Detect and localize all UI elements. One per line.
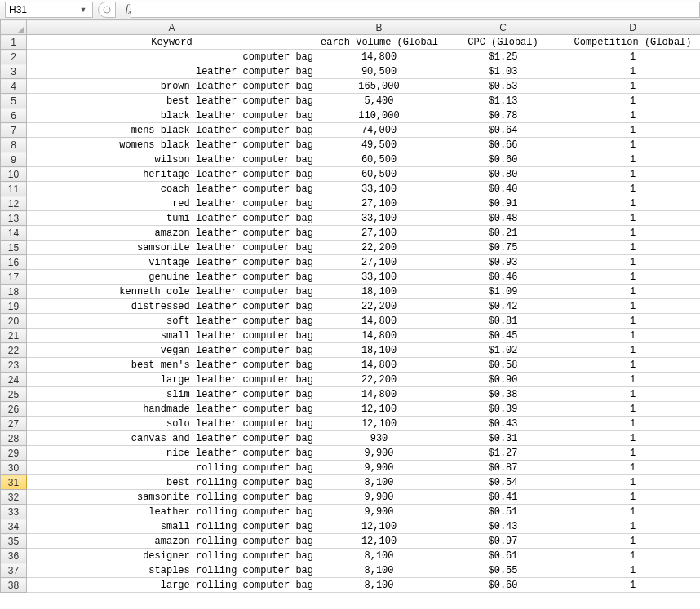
cell-B38[interactable]: 8,100: [317, 578, 441, 593]
cell-A8[interactable]: womens black leather computer bag: [27, 138, 317, 152]
cell-D16[interactable]: 1: [565, 255, 701, 270]
cell-B29[interactable]: 9,900: [317, 446, 441, 461]
cell-C17[interactable]: $0.46: [441, 270, 565, 285]
cell-D11[interactable]: 1: [565, 182, 701, 196]
cell-D24[interactable]: 1: [565, 373, 701, 387]
cell-B12[interactable]: 27,100: [317, 196, 441, 211]
row-header[interactable]: 1: [1, 35, 27, 50]
cell-A24[interactable]: large leather computer bag: [27, 373, 317, 387]
cell-D18[interactable]: 1: [565, 285, 701, 299]
cell-B3[interactable]: 90,500: [317, 64, 441, 79]
cell-D12[interactable]: 1: [565, 196, 701, 211]
cell-B28[interactable]: 930: [317, 431, 441, 446]
cell-C3[interactable]: $1.03: [441, 64, 565, 79]
cell-C31[interactable]: $0.54: [441, 475, 565, 490]
cell-C12[interactable]: $0.91: [441, 196, 565, 211]
cell-C9[interactable]: $0.60: [441, 152, 565, 167]
cell-B23[interactable]: 14,800: [317, 358, 441, 373]
cell-A7[interactable]: mens black leather computer bag: [27, 123, 317, 138]
row-header[interactable]: 26: [1, 402, 27, 417]
cell-C19[interactable]: $0.42: [441, 299, 565, 314]
cell-C16[interactable]: $0.93: [441, 255, 565, 270]
cell-C37[interactable]: $0.55: [441, 563, 565, 578]
row-header[interactable]: 13: [1, 211, 27, 226]
cell-A4[interactable]: brown leather computer bag: [27, 79, 317, 94]
cell-B32[interactable]: 9,900: [317, 490, 441, 505]
cell-B6[interactable]: 110,000: [317, 108, 441, 123]
cell-C6[interactable]: $0.78: [441, 108, 565, 123]
cell-D3[interactable]: 1: [565, 64, 701, 79]
cell-A28[interactable]: canvas and leather computer bag: [27, 431, 317, 446]
cell-B4[interactable]: 165,000: [317, 79, 441, 94]
row-header[interactable]: 3: [1, 64, 27, 79]
row-header[interactable]: 35: [1, 534, 27, 549]
cell-D10[interactable]: 1: [565, 167, 701, 182]
row-header[interactable]: 12: [1, 196, 27, 211]
cell-B9[interactable]: 60,500: [317, 152, 441, 167]
cell-C28[interactable]: $0.31: [441, 431, 565, 446]
row-header[interactable]: 8: [1, 138, 27, 152]
cell-D37[interactable]: 1: [565, 563, 701, 578]
cell-A16[interactable]: vintage leather computer bag: [27, 255, 317, 270]
cell-A30[interactable]: rolling computer bag: [27, 461, 317, 475]
row-header[interactable]: 16: [1, 255, 27, 270]
cell-C13[interactable]: $0.48: [441, 211, 565, 226]
cell-A34[interactable]: small rolling computer bag: [27, 519, 317, 534]
cell-C36[interactable]: $0.61: [441, 549, 565, 563]
cell-A1[interactable]: Keyword: [27, 35, 317, 50]
cell-D34[interactable]: 1: [565, 519, 701, 534]
cell-B7[interactable]: 74,000: [317, 123, 441, 138]
cell-D21[interactable]: 1: [565, 329, 701, 343]
row-header[interactable]: 19: [1, 299, 27, 314]
cell-B37[interactable]: 8,100: [317, 563, 441, 578]
cell-C21[interactable]: $0.45: [441, 329, 565, 343]
cell-B8[interactable]: 49,500: [317, 138, 441, 152]
cell-D36[interactable]: 1: [565, 549, 701, 563]
cell-C30[interactable]: $0.87: [441, 461, 565, 475]
cell-C8[interactable]: $0.66: [441, 138, 565, 152]
chevron-down-icon[interactable]: ▼: [78, 2, 89, 17]
cell-B22[interactable]: 18,100: [317, 343, 441, 358]
cell-A33[interactable]: leather rolling computer bag: [27, 505, 317, 519]
cell-D29[interactable]: 1: [565, 446, 701, 461]
cell-A19[interactable]: distressed leather computer bag: [27, 299, 317, 314]
cell-A10[interactable]: heritage leather computer bag: [27, 167, 317, 182]
row-header[interactable]: 29: [1, 446, 27, 461]
row-header[interactable]: 31: [1, 475, 27, 490]
row-header[interactable]: 14: [1, 226, 27, 241]
cell-B25[interactable]: 14,800: [317, 387, 441, 402]
row-header[interactable]: 36: [1, 549, 27, 563]
cell-B34[interactable]: 12,100: [317, 519, 441, 534]
cell-A29[interactable]: nice leather computer bag: [27, 446, 317, 461]
cell-B20[interactable]: 14,800: [317, 314, 441, 329]
cell-B33[interactable]: 9,900: [317, 505, 441, 519]
row-header[interactable]: 30: [1, 461, 27, 475]
cell-A13[interactable]: tumi leather computer bag: [27, 211, 317, 226]
cell-D25[interactable]: 1: [565, 387, 701, 402]
cell-D8[interactable]: 1: [565, 138, 701, 152]
cell-A22[interactable]: vegan leather computer bag: [27, 343, 317, 358]
cell-D19[interactable]: 1: [565, 299, 701, 314]
cell-C35[interactable]: $0.97: [441, 534, 565, 549]
cell-B1[interactable]: earch Volume (Global: [317, 35, 441, 50]
row-header[interactable]: 10: [1, 167, 27, 182]
cell-A17[interactable]: genuine leather computer bag: [27, 270, 317, 285]
cell-A27[interactable]: solo leather computer bag: [27, 417, 317, 431]
cell-B26[interactable]: 12,100: [317, 402, 441, 417]
cell-C1[interactable]: CPC (Global): [441, 35, 565, 50]
cell-C32[interactable]: $0.41: [441, 490, 565, 505]
cell-B19[interactable]: 22,200: [317, 299, 441, 314]
cell-D13[interactable]: 1: [565, 211, 701, 226]
row-header[interactable]: 24: [1, 373, 27, 387]
cell-A23[interactable]: best men's leather computer bag: [27, 358, 317, 373]
cell-B5[interactable]: 5,400: [317, 94, 441, 108]
row-header[interactable]: 2: [1, 50, 27, 64]
cell-C10[interactable]: $0.80: [441, 167, 565, 182]
row-header[interactable]: 33: [1, 505, 27, 519]
cell-A11[interactable]: coach leather computer bag: [27, 182, 317, 196]
cell-A14[interactable]: amazon leather computer bag: [27, 226, 317, 241]
cell-D14[interactable]: 1: [565, 226, 701, 241]
cell-B17[interactable]: 33,100: [317, 270, 441, 285]
cell-A35[interactable]: amazon rolling computer bag: [27, 534, 317, 549]
row-header[interactable]: 32: [1, 490, 27, 505]
